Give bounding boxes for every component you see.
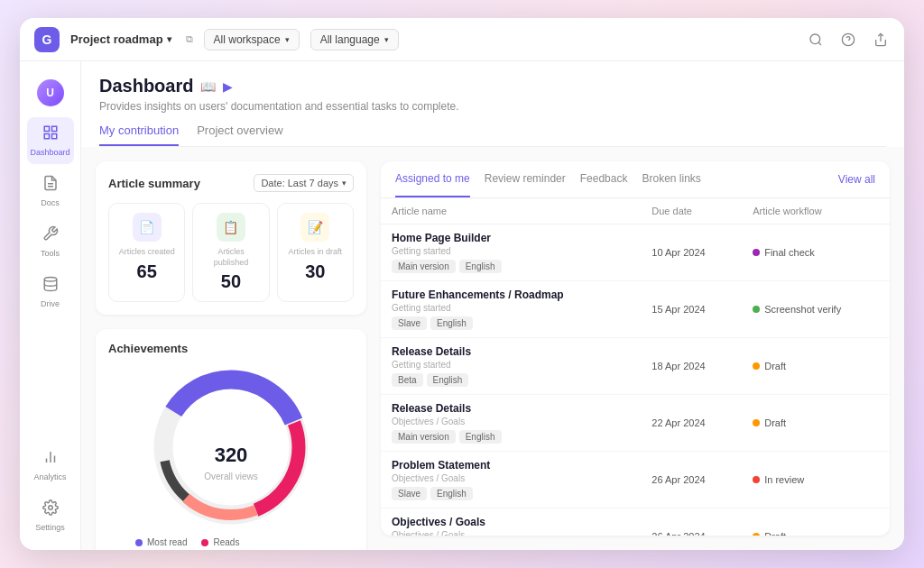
workflow-dot: [753, 476, 760, 483]
language-filter-button[interactable]: All language ▾: [310, 29, 399, 50]
tab-review-reminder[interactable]: Review reminder: [485, 161, 566, 197]
due-date-cell: 10 Apr 2024: [641, 224, 742, 281]
article-title[interactable]: Release Details: [392, 402, 630, 415]
tab-assigned-to-me[interactable]: Assigned to me: [395, 161, 470, 197]
workflow-badge: Draft: [753, 361, 879, 371]
articles-published-label: Articles published: [202, 247, 259, 268]
workflow-dot: [753, 306, 760, 313]
tag-row: Main versionEnglish: [392, 430, 630, 444]
donut-center: 320 Overall views: [204, 444, 257, 483]
book-icon[interactable]: 📖: [200, 79, 216, 94]
articles-draft-label: Articles in draft: [289, 247, 343, 258]
help-icon[interactable]: [839, 31, 857, 49]
col-article-name: Article name: [381, 198, 641, 224]
workflow-dot: [753, 533, 760, 536]
article-title[interactable]: Future Enhancements / Roadmap: [392, 289, 630, 301]
sidebar-item-settings[interactable]: Settings: [27, 492, 74, 539]
article-tag: Slave: [392, 487, 427, 500]
date-filter-button[interactable]: Date: Last 7 days ▾: [254, 174, 354, 192]
article-path: Objectives / Goals: [392, 530, 630, 536]
tab-broken-links[interactable]: Broken links: [642, 161, 700, 197]
table-row: Release DetailsGetting startedBetaEnglis…: [381, 338, 890, 395]
article-name-cell: Release DetailsObjectives / GoalsMain ve…: [381, 395, 641, 452]
share-icon[interactable]: [872, 31, 890, 49]
left-panel: Article summary Date: Last 7 days ▾ 📄 Ar…: [96, 161, 366, 536]
workflow-label: Final check: [764, 247, 815, 258]
workflow-cell: Screenshot verify: [742, 281, 890, 338]
article-tag: Beta: [392, 373, 423, 387]
article-name-cell: Home Page BuilderGetting startedMain ver…: [381, 224, 641, 281]
article-path: Getting started: [392, 360, 630, 370]
app-logo[interactable]: G: [34, 27, 60, 52]
analytics-icon: [42, 449, 59, 470]
stat-articles-created: 📄 Articles created 65: [108, 203, 185, 302]
tag-row: BetaEnglish: [392, 373, 630, 387]
article-path: Getting started: [392, 303, 630, 313]
article-tag: English: [459, 430, 502, 444]
article-name-cell: Objectives / GoalsObjectives / GoalsMain…: [381, 508, 641, 536]
workflow-cell: Final check: [742, 224, 890, 281]
article-tag: English: [430, 487, 473, 500]
article-tag: Main version: [392, 430, 456, 444]
tab-my-contribution[interactable]: My contribution: [99, 124, 179, 146]
svg-point-0: [810, 34, 820, 44]
sidebar-item-tools[interactable]: Tools: [27, 218, 74, 265]
sidebar-item-dashboard[interactable]: Dashboard: [27, 117, 74, 164]
table-row: Objectives / GoalsObjectives / GoalsMain…: [381, 508, 890, 536]
play-icon[interactable]: ▶: [223, 79, 233, 94]
articles-created-icon: 📄: [133, 213, 162, 242]
article-title[interactable]: Problem Statement: [392, 459, 630, 472]
tab-project-overview[interactable]: Project overview: [197, 124, 282, 146]
sidebar-item-avatar[interactable]: U: [27, 72, 74, 114]
external-link-icon[interactable]: ⧉: [186, 33, 193, 45]
top-bar-actions: [807, 31, 890, 49]
article-tag: English: [459, 260, 502, 273]
settings-label: Settings: [35, 523, 65, 532]
page-header: Dashboard 📖 ▶ Provides insights on users…: [81, 61, 904, 147]
date-filter-chevron-icon: ▾: [342, 179, 346, 188]
stat-articles-published: 📋 Articles published 50: [192, 203, 269, 302]
articles-draft-icon: 📝: [300, 213, 329, 242]
docs-label: Docs: [41, 198, 60, 207]
table-row: Future Enhancements / RoadmapGetting sta…: [381, 281, 890, 338]
svg-rect-6: [51, 126, 56, 131]
tab-feedback[interactable]: Feedback: [580, 161, 628, 197]
tag-row: SlaveEnglish: [392, 487, 630, 500]
article-title[interactable]: Objectives / Goals: [392, 516, 630, 528]
workflow-dot: [753, 249, 760, 256]
workspace-filter-button[interactable]: All workspace ▾: [204, 29, 300, 50]
workflow-cell: In review: [742, 452, 890, 508]
workflow-label: Draft: [764, 361, 786, 371]
workflow-dot: [753, 419, 760, 426]
workflow-dot: [753, 362, 760, 370]
donut-wrapper: 320 Overall views Most read R: [108, 366, 354, 550]
sidebar-item-drive[interactable]: Drive: [27, 269, 74, 316]
sidebar-item-analytics[interactable]: Analytics: [27, 442, 74, 489]
article-title[interactable]: Release Details: [392, 345, 630, 358]
search-icon[interactable]: [807, 31, 825, 49]
article-summary-header: Article summary Date: Last 7 days ▾: [108, 174, 354, 192]
due-date-cell: 15 Apr 2024: [641, 281, 742, 338]
legend-most-read: Most read: [135, 537, 187, 547]
article-name-cell: Future Enhancements / RoadmapGetting sta…: [381, 281, 641, 338]
article-tag: Main version: [392, 260, 456, 273]
due-date-cell: 22 Apr 2024: [641, 395, 742, 452]
project-name-button[interactable]: Project roadmap ▾: [70, 32, 171, 46]
svg-rect-8: [51, 134, 56, 139]
articles-created-value: 65: [137, 261, 157, 282]
workflow-label: Screenshot verify: [764, 304, 841, 315]
page-title-row: Dashboard 📖 ▶: [99, 76, 886, 96]
tag-row: Main versionEnglish: [392, 260, 630, 273]
page-subtitle: Provides insights on users' documentatio…: [99, 100, 886, 113]
tag-row: SlaveEnglish: [392, 316, 630, 330]
stat-articles-draft: 📝 Articles in draft 30: [277, 203, 354, 302]
sidebar-item-docs[interactable]: Docs: [27, 168, 74, 215]
sidebar: U Dashboard Docs Tools: [20, 61, 81, 550]
legend-dot-most-read: [135, 539, 143, 546]
donut-label: Overall views: [204, 472, 257, 481]
article-title[interactable]: Home Page Builder: [392, 232, 630, 244]
view-all-link[interactable]: View all: [838, 173, 875, 186]
language-chevron-icon: ▾: [384, 35, 389, 44]
workflow-label: Draft: [764, 417, 786, 428]
docs-icon: [42, 175, 59, 196]
